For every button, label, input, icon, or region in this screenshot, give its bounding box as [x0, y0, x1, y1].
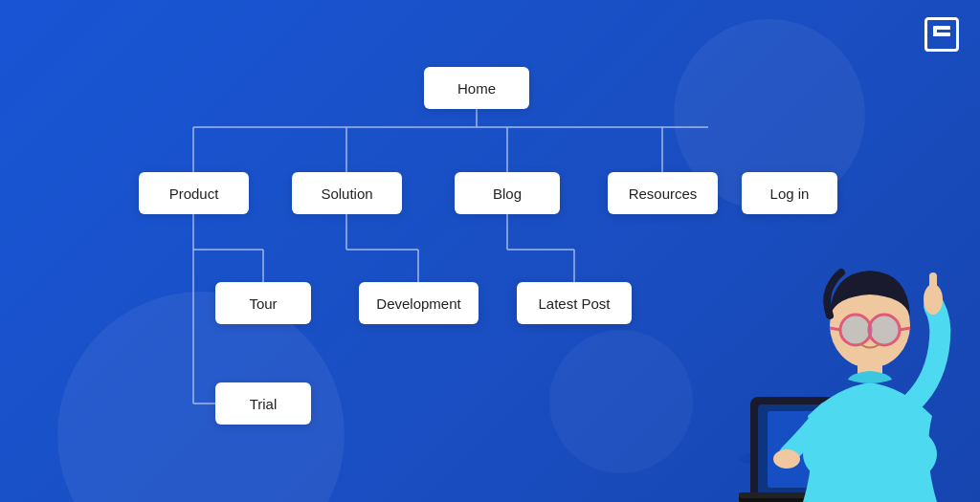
node-blog: Blog	[455, 172, 560, 214]
node-development: Development	[359, 282, 479, 324]
node-home: Home	[424, 67, 529, 109]
node-latest-post: Latest Post	[517, 282, 632, 324]
svg-line-34	[830, 328, 840, 330]
logo	[924, 17, 959, 52]
svg-rect-2	[933, 29, 937, 36]
svg-rect-37	[929, 273, 937, 299]
svg-line-35	[900, 328, 910, 330]
svg-point-38	[773, 449, 800, 469]
node-trial: Trial	[215, 382, 311, 425]
node-solution: Solution	[292, 172, 402, 214]
svg-point-31	[840, 315, 871, 345]
sitemap-diagram: Home Product Solution Blog Resources Log…	[57, 29, 708, 469]
svg-point-32	[869, 315, 900, 345]
connector-lines	[57, 29, 708, 469]
node-tour: Tour	[215, 282, 311, 324]
node-product: Product	[139, 172, 249, 214]
character-illustration	[693, 139, 980, 502]
